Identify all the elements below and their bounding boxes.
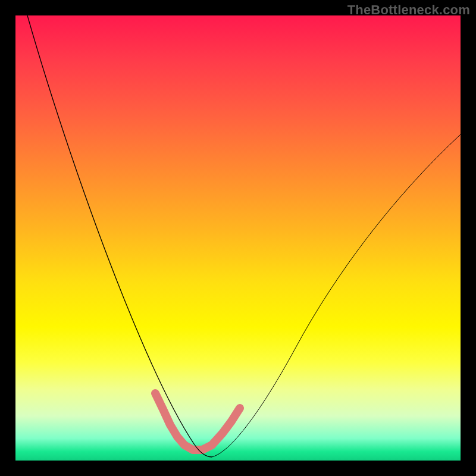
watermark-text: TheBottleneck.com [347, 2, 470, 18]
chart-frame: TheBottleneck.com [0, 0, 476, 476]
plot-area [15, 15, 461, 461]
highlight-band [155, 393, 240, 450]
bottleneck-curve-svg [15, 15, 461, 461]
curve-right [212, 134, 461, 457]
curve-left [27, 15, 212, 457]
